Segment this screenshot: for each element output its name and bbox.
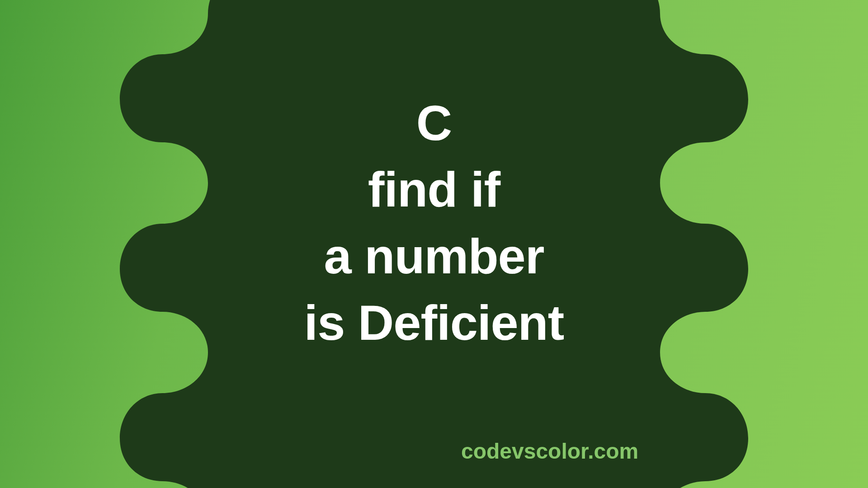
watermark-text: codevscolor.com: [461, 439, 638, 464]
banner-canvas: C find if a number is Deficient codevsco…: [0, 0, 868, 488]
title-line-2: find if: [304, 156, 564, 222]
banner-title: C find if a number is Deficient: [304, 89, 564, 356]
title-line-3: a number: [304, 223, 564, 289]
title-line-4: is Deficient: [304, 289, 564, 356]
title-line-1: C: [304, 89, 564, 156]
